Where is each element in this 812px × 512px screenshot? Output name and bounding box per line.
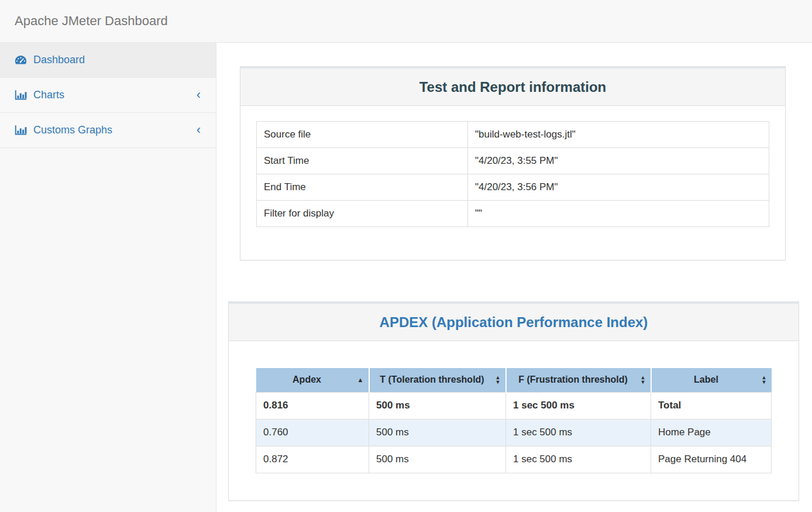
apdex-panel-title: APDEX (Application Performance Index) <box>229 304 799 341</box>
frustration-cell: 1 sec 500 ms <box>506 446 651 473</box>
bar-chart-icon <box>15 90 27 101</box>
apdex-panel-body: Apdex ▲ T (Toleration threshold) ▲▼ <box>229 341 799 500</box>
info-row-value: "4/20/23, 3:55 PM" <box>468 148 769 174</box>
info-row-label: Source file <box>257 122 468 148</box>
sidebar-item-dashboard[interactable]: Dashboard <box>0 43 216 78</box>
apdex-value-cell: 0.816 <box>256 392 369 419</box>
test-info-table: Source file "build-web-test-logs.jtl" St… <box>256 121 769 227</box>
sidebar-item-label: Customs Graphs <box>33 124 112 136</box>
test-info-panel-title: Test and Report information <box>240 68 785 105</box>
table-row: 0.760 500 ms 1 sec 500 ms Home Page <box>256 419 772 446</box>
toleration-cell: 500 ms <box>369 446 506 473</box>
column-header-apdex[interactable]: Apdex ▲ <box>256 368 369 392</box>
info-row-label: End Time <box>257 174 468 201</box>
sort-both-icon: ▲▼ <box>496 375 501 384</box>
table-row: Filter for display "" <box>257 201 769 227</box>
toleration-cell: 500 ms <box>369 419 506 446</box>
label-cell: Home Page <box>651 419 772 446</box>
test-info-panel: Test and Report information Source file … <box>240 66 786 260</box>
table-row: 0.816 500 ms 1 sec 500 ms Total <box>256 392 772 419</box>
label-cell: Total <box>651 392 772 419</box>
column-header-label: Label <box>694 374 718 384</box>
column-header-label: T (Toleration threshold) <box>380 374 484 384</box>
label-cell: Page Returning 404 <box>651 446 772 473</box>
apdex-table: Apdex ▲ T (Toleration threshold) ▲▼ <box>256 368 772 473</box>
column-header-label: F (Frustration threshold) <box>518 374 628 384</box>
test-info-panel-body: Source file "build-web-test-logs.jtl" St… <box>240 106 785 260</box>
chevron-left-icon[interactable]: ‹ <box>197 123 201 136</box>
info-row-label: Filter for display <box>257 201 468 227</box>
sidebar-item-charts[interactable]: Charts ‹ <box>0 78 216 113</box>
apdex-value-cell: 0.760 <box>256 419 369 446</box>
sort-asc-icon: ▲ <box>357 377 364 383</box>
toleration-cell: 500 ms <box>369 392 506 419</box>
bar-chart-icon <box>15 125 27 136</box>
sidebar-item-customs-graphs[interactable]: Customs Graphs ‹ <box>0 113 216 148</box>
main-content: Test and Report information Source file … <box>216 43 812 512</box>
dashboard-gauge-icon <box>15 54 27 66</box>
top-header: Apache JMeter Dashboard <box>0 0 812 43</box>
table-row: Start Time "4/20/23, 3:55 PM" <box>257 148 769 174</box>
sort-both-icon: ▲▼ <box>641 375 646 384</box>
table-header-row: Apdex ▲ T (Toleration threshold) ▲▼ <box>256 368 772 392</box>
column-header-frustration[interactable]: F (Frustration threshold) ▲▼ <box>506 368 651 392</box>
info-row-value: "4/20/23, 3:56 PM" <box>468 174 769 201</box>
column-header-label: Apdex <box>293 374 321 384</box>
table-row: 0.872 500 ms 1 sec 500 ms Page Returning… <box>256 446 772 473</box>
info-row-value: "" <box>468 201 769 227</box>
frustration-cell: 1 sec 500 ms <box>506 419 651 446</box>
apdex-panel-heading: APDEX (Application Performance Index) <box>229 304 799 341</box>
info-row-label: Start Time <box>257 148 468 174</box>
sort-both-icon: ▲▼ <box>762 375 767 384</box>
table-row: End Time "4/20/23, 3:56 PM" <box>257 174 769 201</box>
apdex-panel: APDEX (Application Performance Index) Ap… <box>228 301 799 501</box>
sidebar-item-label: Charts <box>33 89 64 101</box>
app-title: Apache JMeter Dashboard <box>15 13 168 29</box>
test-info-panel-heading: Test and Report information <box>240 68 785 106</box>
column-header-label-col[interactable]: Label ▲▼ <box>651 368 772 392</box>
apdex-value-cell: 0.872 <box>256 446 369 473</box>
table-row: Source file "build-web-test-logs.jtl" <box>257 122 769 148</box>
info-row-value: "build-web-test-logs.jtl" <box>468 122 769 148</box>
sidebar: Dashboard Charts ‹ <box>0 43 216 512</box>
chevron-left-icon[interactable]: ‹ <box>197 88 201 101</box>
sidebar-item-label: Dashboard <box>33 54 85 66</box>
frustration-cell: 1 sec 500 ms <box>506 392 651 419</box>
column-header-toleration[interactable]: T (Toleration threshold) ▲▼ <box>369 368 506 392</box>
